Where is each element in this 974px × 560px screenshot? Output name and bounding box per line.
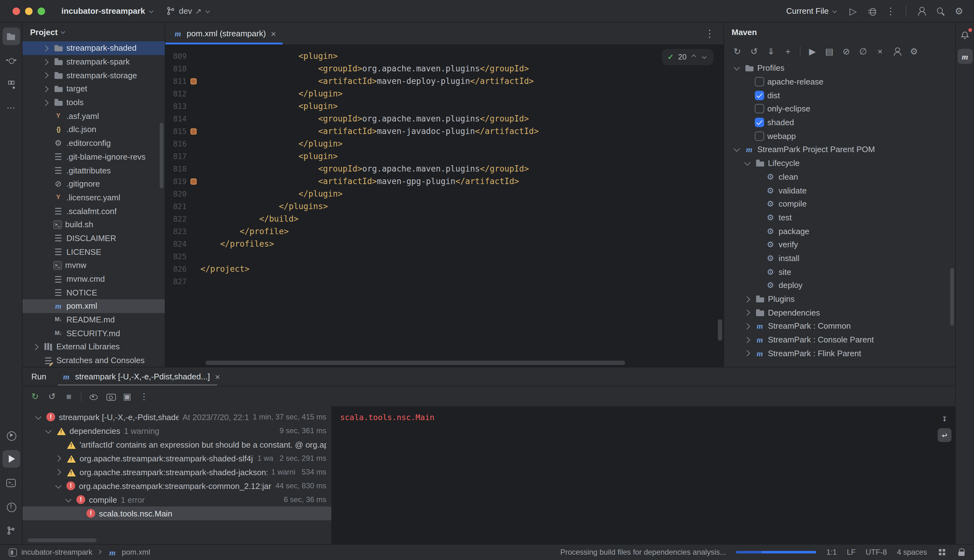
breadcrumb-project[interactable]: incubator-streampark	[21, 548, 92, 557]
editor-content[interactable]: 809 <plugin>810 <groupId>org.apache.mave…	[165, 45, 723, 367]
maven-tree-item[interactable]: ⚙test	[724, 211, 955, 224]
maven-tree-item[interactable]: only-eclipse	[724, 102, 955, 115]
project-tree-item[interactable]: Scratches and Consoles	[23, 354, 165, 367]
maven-tree-item[interactable]: mStreamPark Project Parent POM	[724, 143, 955, 156]
code-line[interactable]: 824 </profiles>	[165, 238, 723, 250]
minimize-window-button[interactable]	[25, 7, 33, 15]
build-output-row[interactable]: org.apache.streampark:streampark-shaded-…	[23, 452, 331, 465]
import-into-editor-icon[interactable]: ▣	[120, 389, 135, 404]
maven-tree-item[interactable]: ⚙deploy	[724, 278, 955, 292]
project-tree-item[interactable]: NOTICE	[23, 286, 165, 299]
project-tree-item[interactable]: streampark-storage	[23, 68, 165, 82]
code-line[interactable]: 819 <artifactId>maven-gpg-plugin</artifa…	[165, 175, 723, 188]
run-button[interactable]: ▷	[844, 2, 862, 20]
add-maven-project-icon[interactable]: +	[780, 44, 795, 59]
project-tree-item[interactable]: streampark-spark	[23, 55, 165, 68]
code-line[interactable]: 809 <plugin>	[165, 50, 723, 63]
skip-tests-icon[interactable]: ∅	[855, 44, 870, 59]
inspections-widget[interactable]: ✓ 20	[662, 49, 713, 65]
structure-tool-button[interactable]	[2, 75, 20, 93]
notifications-button[interactable]	[957, 28, 972, 43]
chevron-right-icon[interactable]	[743, 295, 752, 303]
close-tab-icon[interactable]: ×	[271, 28, 276, 38]
commit-tool-button[interactable]	[2, 51, 20, 69]
stop-icon[interactable]: ■	[62, 389, 77, 404]
more-tool-windows-button[interactable]: ⋯	[2, 99, 20, 117]
project-tree-item[interactable]: .git-blame-ignore-revs	[23, 150, 165, 163]
thread-dump-icon[interactable]	[103, 389, 118, 404]
project-tree-item[interactable]: streampark-shaded	[23, 41, 165, 55]
project-scrollbar[interactable]	[160, 123, 164, 188]
settings-button[interactable]: ⚙	[950, 2, 968, 20]
search-everywhere-button[interactable]	[931, 2, 949, 20]
chevron-down-icon[interactable]	[732, 145, 741, 154]
profile-checkbox[interactable]	[755, 118, 764, 127]
chevron-down-icon[interactable]	[54, 482, 63, 490]
filter-icon[interactable]	[86, 389, 101, 404]
editor-tab[interactable]: m pom.xml (streampark) ×	[165, 23, 282, 45]
code-line[interactable]: 818 <groupId>org.apache.maven.plugins</g…	[165, 163, 723, 175]
maven-tree-item[interactable]: Dependencies	[724, 306, 955, 319]
generate-sources-icon[interactable]: ↺	[747, 44, 762, 59]
close-window-button[interactable]	[13, 7, 20, 15]
profile-checkbox[interactable]	[755, 77, 764, 87]
chevron-right-icon[interactable]	[54, 468, 63, 477]
run-maven-build-icon[interactable]: ▶	[805, 44, 820, 59]
chevron-right-icon[interactable]	[743, 308, 752, 317]
build-output-row[interactable]: scala.tools.nsc.Main	[23, 507, 331, 520]
project-tree-item[interactable]: DISCLAIMER	[23, 231, 165, 245]
project-tree-item[interactable]: tools	[23, 96, 165, 109]
project-tree-item[interactable]: External Libraries	[23, 340, 165, 353]
code-line[interactable]: 827	[165, 275, 723, 288]
maven-tree-item[interactable]: ⚙verify	[724, 238, 955, 252]
more-actions-icon[interactable]: ⋮	[882, 2, 899, 20]
build-output-row[interactable]: streampark [-U,-X,-e,-Pdist,shaded...]: …	[23, 410, 331, 424]
line-separator[interactable]: LF	[847, 548, 855, 557]
project-tree-item[interactable]: M↓README.md	[23, 313, 165, 327]
code-line[interactable]: 825	[165, 250, 723, 263]
project-tree-item[interactable]: LICENSE	[23, 245, 165, 258]
project-tree-item[interactable]: .gitattributes	[23, 163, 165, 177]
maven-tool-button[interactable]: m	[957, 49, 972, 64]
problems-tool-button[interactable]	[2, 498, 20, 515]
run-tab[interactable]: m streampark [-U,-X,-e,-Pdist,shaded...]…	[55, 367, 226, 386]
profile-checkbox[interactable]	[755, 90, 764, 100]
code-line[interactable]: 821 </plugins>	[165, 200, 723, 213]
code-line[interactable]: 820 </plugin>	[165, 188, 723, 200]
project-tree-item[interactable]: Y.asf.yaml	[23, 109, 165, 123]
prev-problem-icon[interactable]	[691, 54, 697, 60]
editor-options-icon[interactable]: ⋮	[696, 28, 723, 40]
more-options-icon[interactable]: ⋮	[137, 389, 152, 404]
maven-tree-item[interactable]: ⚙validate	[724, 183, 955, 197]
project-tree-item[interactable]: >_build.sh	[23, 218, 165, 231]
close-tab-icon[interactable]: ×	[215, 372, 220, 382]
code-line[interactable]: 810 <groupId>org.apache.maven.plugins</g…	[165, 63, 723, 75]
download-sources-icon[interactable]: ⇓	[763, 44, 779, 59]
chevron-right-icon[interactable]	[743, 349, 752, 358]
chevron-right-icon[interactable]	[743, 335, 752, 344]
write-access-lock-icon[interactable]	[957, 548, 965, 557]
maven-tree-item[interactable]: ⚙clean	[724, 170, 955, 183]
code-line[interactable]: 816 </plugin>	[165, 138, 723, 150]
code-line[interactable]: 822 </build>	[165, 213, 723, 225]
maven-profiles-icon[interactable]	[889, 44, 904, 59]
chevron-down-icon[interactable]	[64, 495, 73, 504]
project-tree-item[interactable]: mpom.xml	[23, 299, 165, 313]
profile-checkbox[interactable]	[755, 132, 764, 141]
maven-settings-icon[interactable]: ⚙	[906, 44, 921, 59]
project-tree-item[interactable]: ⊘.gitignore	[23, 177, 165, 191]
terminal-tool-button[interactable]: >_	[2, 474, 20, 492]
chevron-right-icon[interactable]	[41, 98, 50, 107]
maven-tree-item[interactable]: ⚙install	[724, 252, 955, 265]
project-tree-item[interactable]: Y.licenserc.yaml	[23, 191, 165, 204]
chevron-down-icon[interactable]	[743, 159, 752, 167]
project-tree-item[interactable]: mvnw.cmd	[23, 272, 165, 285]
vcs-branch-selector[interactable]: dev ↗	[160, 3, 216, 18]
code-with-me-button[interactable]	[912, 2, 930, 20]
file-encoding[interactable]: UTF-8	[865, 548, 887, 557]
breadcrumb-file[interactable]: pom.xml	[122, 548, 150, 557]
maven-tree-item[interactable]: ⚙package	[724, 225, 955, 238]
project-tree-item[interactable]: target	[23, 82, 165, 95]
stop-icon[interactable]: ×	[872, 44, 887, 59]
services-tool-button[interactable]	[2, 426, 20, 444]
